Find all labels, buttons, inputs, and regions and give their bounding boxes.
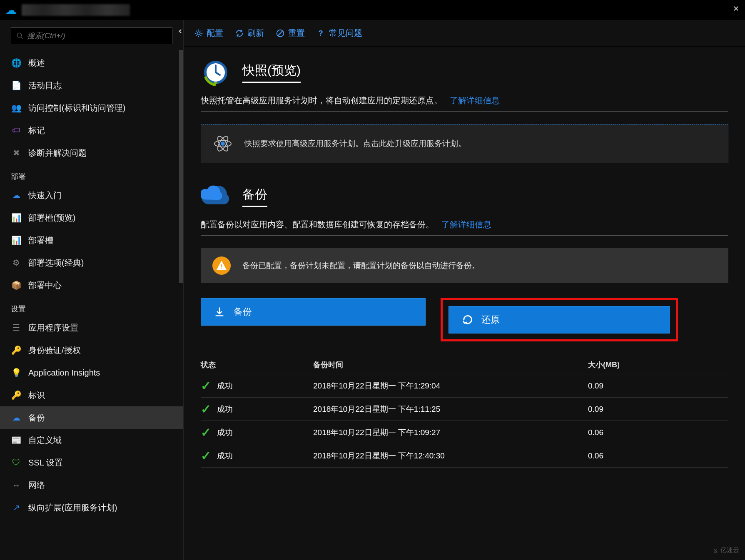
slot-icon: 📊 <box>11 235 22 246</box>
sidebar-item-label: 部署槽(预览) <box>28 212 75 224</box>
backup-desc: 配置备份以对应用内容、配置和数据库创建可恢复的存档备份。 了解详细信息 <box>201 219 728 230</box>
search-icon <box>16 32 24 40</box>
log-icon: 📄 <box>11 80 22 91</box>
sidebar-item-label: 标记 <box>28 125 45 136</box>
clock-icon <box>201 57 231 87</box>
prohibit-icon <box>276 29 285 38</box>
sidebar-item-应用程序设置[interactable]: ☰应用程序设置 <box>0 316 183 339</box>
search-input[interactable] <box>27 32 167 40</box>
check-icon: ✓ <box>201 448 211 463</box>
sidebar-item-活动日志[interactable]: 📄活动日志 <box>0 74 183 97</box>
sidebar-item-SSL 设置[interactable]: 🛡SSL 设置 <box>0 451 183 474</box>
cloud-icon: ☁ <box>11 190 22 201</box>
sidebar-item-label: 部署中心 <box>28 280 62 291</box>
shield-icon: 🛡 <box>11 457 22 468</box>
toolbar: 配置 刷新 重置 ?常见问题 <box>184 20 745 47</box>
sidebar-item-label: SSL 设置 <box>28 457 63 468</box>
section-deploy: 部署 <box>0 164 183 184</box>
status-text: 成功 <box>217 381 233 391</box>
wrench-icon: ✖ <box>11 147 22 158</box>
table-row[interactable]: ✓成功2018年10月22日星期一 下午1:11:250.09 <box>201 398 728 421</box>
table-row[interactable]: ✓成功2018年10月22日星期一 下午1:29:040.09 <box>201 374 728 398</box>
svg-line-4 <box>278 31 283 35</box>
svg-text:!: ! <box>220 263 222 270</box>
sidebar-item-部署选项(经典)[interactable]: ⚙部署选项(经典) <box>0 251 183 274</box>
sidebar-item-Application Insights[interactable]: 💡Application Insights <box>0 361 183 384</box>
reset-button[interactable]: 重置 <box>276 27 305 39</box>
snapshot-title: 快照(预览) <box>242 62 301 83</box>
time-cell: 2018年10月22日星期一 下午1:09:27 <box>313 427 588 438</box>
sidebar-item-备份[interactable]: ☁备份 <box>0 406 183 429</box>
gear-icon <box>194 29 203 38</box>
infinity-icon: ⧖ <box>713 547 718 554</box>
sidebar-item-诊断并解决问题[interactable]: ✖诊断并解决问题 <box>0 142 183 164</box>
close-icon[interactable]: ✕ <box>733 4 739 13</box>
key-icon: 🔑 <box>11 390 22 401</box>
restore-icon <box>461 314 473 326</box>
sidebar-item-网络[interactable]: ↔网络 <box>0 474 183 496</box>
col-size: 大小(MB) <box>588 360 671 370</box>
sidebar-item-概述[interactable]: 🌐概述 <box>0 52 183 74</box>
title-blurred <box>22 4 130 16</box>
sidebar-item-访问控制(标识和访问管理)[interactable]: 👥访问控制(标识和访问管理) <box>0 97 183 119</box>
col-status: 状态 <box>201 360 313 370</box>
bulb-icon: 💡 <box>11 367 22 378</box>
refresh-icon <box>235 29 244 38</box>
table-row[interactable]: ✓成功2018年10月22日星期一 下午12:40:300.06 <box>201 444 728 468</box>
sidebar-item-label: 备份 <box>28 412 45 423</box>
sidebar-item-纵向扩展(应用服务计划)[interactable]: ↗纵向扩展(应用服务计划) <box>0 496 183 519</box>
status-text: 成功 <box>217 404 233 415</box>
status-text: 成功 <box>217 450 233 461</box>
sidebar-item-部署槽(预览)[interactable]: 📊部署槽(预览) <box>0 207 183 229</box>
sidebar-item-身份验证/授权[interactable]: 🔑身份验证/授权 <box>0 339 183 361</box>
backup-table-header: 状态 备份时间 大小(MB) <box>201 358 728 374</box>
col-time: 备份时间 <box>313 360 588 370</box>
sidebar-item-快速入门[interactable]: ☁快速入门 <box>0 184 183 207</box>
globe-icon: 🌐 <box>11 57 22 68</box>
faq-button[interactable]: ?常见问题 <box>316 27 362 39</box>
snapshot-upgrade-callout[interactable]: 快照要求使用高级应用服务计划。点击此处升级应用服务计划。 <box>201 124 728 163</box>
sidebar-item-label: 纵向扩展(应用服务计划) <box>28 502 117 513</box>
section-settings: 设置 <box>0 296 183 316</box>
refresh-button[interactable]: 刷新 <box>235 27 264 39</box>
sidebar-item-label: 身份验证/授权 <box>28 345 81 356</box>
backup-warning: ! 备份已配置，备份计划未配置，请配置计划的备份以自动进行备份。 <box>201 248 728 283</box>
sidebar-item-部署中心[interactable]: 📦部署中心 <box>0 274 183 296</box>
sidebar-item-label: 自定义域 <box>28 435 62 446</box>
search-box[interactable] <box>11 27 172 44</box>
svg-line-1 <box>21 37 23 39</box>
divider <box>201 111 728 112</box>
sidebar-item-部署槽[interactable]: 📊部署槽 <box>0 229 183 251</box>
time-cell: 2018年10月22日星期一 下午12:40:30 <box>313 450 588 461</box>
page-icon: 📰 <box>11 435 22 446</box>
sidebar-item-label: 概述 <box>28 57 45 69</box>
snapshot-learn-more-link[interactable]: 了解详细信息 <box>450 96 500 105</box>
backup-learn-more-link[interactable]: 了解详细信息 <box>441 220 491 229</box>
sidebar-item-label: Application Insights <box>28 368 100 378</box>
sidebar-item-标识[interactable]: 🔑标识 <box>0 384 183 406</box>
watermark: ⧖ 亿速云 <box>713 546 739 554</box>
table-row[interactable]: ✓成功2018年10月22日星期一 下午1:09:270.06 <box>201 421 728 444</box>
backup-title: 备份 <box>242 186 267 207</box>
restore-button[interactable]: 还原 <box>448 306 670 334</box>
slot-icon: 📊 <box>11 212 22 223</box>
warning-icon: ! <box>212 256 231 275</box>
download-icon <box>214 306 225 318</box>
net-icon: ↔ <box>11 480 22 490</box>
sidebar-item-label: 标识 <box>28 390 45 401</box>
backup-button[interactable]: 备份 <box>201 298 426 326</box>
svg-point-2 <box>197 32 200 35</box>
size-cell: 0.06 <box>588 428 671 437</box>
main-content: 配置 刷新 重置 ?常见问题 快照(预览) 快照托管在高级应用服务计划时，将自动… <box>183 20 745 560</box>
restore-highlight: 还原 <box>441 298 678 341</box>
sidebar-item-自定义域[interactable]: 📰自定义域 <box>0 429 183 451</box>
time-cell: 2018年10月22日星期一 下午1:11:25 <box>313 404 588 415</box>
sidebar-item-标记[interactable]: 🏷标记 <box>0 119 183 142</box>
cloud-logo-icon: ☁ <box>5 3 17 17</box>
key-icon: 🔑 <box>11 345 22 356</box>
scrollbar[interactable] <box>179 50 183 283</box>
size-cell: 0.09 <box>588 405 671 414</box>
size-cell: 0.06 <box>588 451 671 460</box>
svg-point-11 <box>221 142 225 146</box>
configure-button[interactable]: 配置 <box>194 27 223 39</box>
